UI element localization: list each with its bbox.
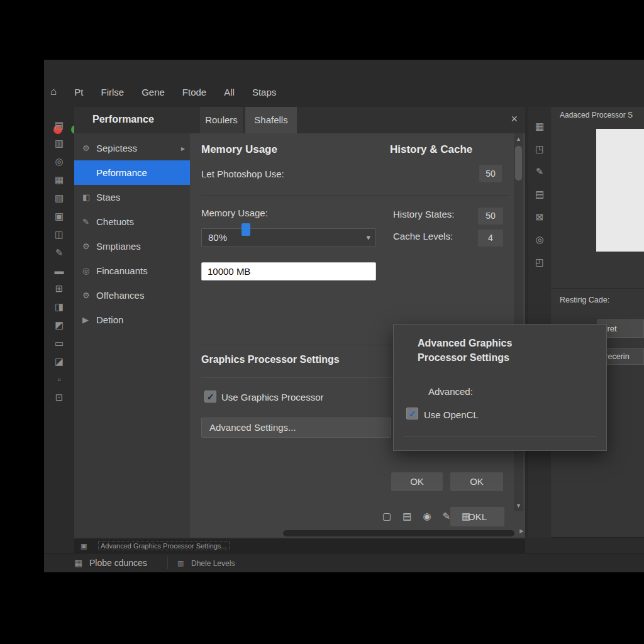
sidebar-item-label: Fincanuants [96,265,148,276]
sidebar-item-label: Detion [96,314,123,325]
sidebar-item-label: Smptianes [96,241,141,252]
history-badge: 50 [479,165,502,182]
tool-icon-2[interactable]: ▥ [52,138,66,149]
pencil-icon[interactable]: ✎ [442,511,450,522]
sidebar-item-label: Sepictess [96,143,137,153]
history-cache-heading: History & Cache [390,143,472,156]
history-states-value[interactable]: 50 [478,208,503,225]
memory-amount-input[interactable] [201,262,376,280]
tool-icon-16[interactable]: ⊡ [52,392,66,403]
cache-levels-value[interactable]: 4 [478,230,503,247]
layers-icon[interactable]: ◳ [535,143,544,155]
status-text: Advanced Graphics Processor Settings... [98,541,230,550]
bottom-bar: ▦ Plobe cdunces ▥ Dhele Levels [44,553,644,572]
home-icon[interactable]: ⌂ [50,86,57,98]
use-gpu-label: Use Graphics Processor [221,392,324,402]
advanced-gpu-popup: Advanced Graphics Processor Settings Adv… [393,324,607,451]
use-opencl-checkbox[interactable]: ✓ [406,408,418,419]
levels-icon: ▥ [177,559,184,567]
tool-icon-5[interactable]: ▧ [52,192,66,204]
sidebar-item-staes[interactable]: ◧ Staes [74,185,190,209]
probe-counces-label[interactable]: Plobe cdunces [89,558,147,568]
tool-icon-8[interactable]: ✎ [52,247,66,258]
artboard-icon[interactable]: ◰ [535,257,544,268]
tool-icon-12[interactable]: ◩ [52,319,66,331]
memory-usage-heading: Memory Usage [201,143,277,156]
scrollbar-thumb[interactable] [515,146,522,180]
ok-button-1[interactable]: OK [391,472,443,491]
sidebar-item-offehances[interactable]: ⚙ Offehances [74,283,190,308]
sidebar-item-chetuots[interactable]: ✎ Chetuots [74,209,190,234]
printer-icon[interactable]: ▤ [402,511,411,522]
tool-icon-9[interactable]: ▬ [52,265,66,276]
resting-cache-label: Restirig Cade: [560,296,609,304]
popup-title: Advanced Graphics Processor Settings [418,336,553,365]
divider [167,557,168,569]
divider [404,436,596,437]
dialog-title: Performance [92,114,154,125]
sidebar-item-peformance[interactable]: Peformance [74,160,190,185]
right-tool-strip: ▦ ◳ ✎ ▤ ⊠ ◎ ◰ [528,107,551,538]
pencil-icon[interactable]: ✎ [536,166,544,177]
app-window: ⌂ Pt Firlse Gene Ftode All Staps ▤ ▥ ◎ ▦… [44,60,644,572]
dhele-levels-label[interactable]: Dhele Levels [191,559,235,568]
menu-item-ftode[interactable]: Ftode [182,87,206,97]
gpu-settings-heading: Graphics Processor Settings [201,354,340,365]
grid-icon[interactable]: ▦ [535,121,544,132]
scroll-up-icon[interactable]: ▲ [514,136,523,142]
scroll-right-icon[interactable]: ► [518,527,525,535]
memory-percent-value: 80% [208,232,227,243]
vertical-scrollbar[interactable]: ▲ ▼ [514,133,523,511]
sidebar-item-detion[interactable]: ▶ Detion [74,308,190,332]
tool-icon-15[interactable]: ▫ [52,374,66,385]
sidebar-item-fincanuants[interactable]: ◎ Fincanuants [74,258,190,283]
status-bar: ▣ Advanced Graphics Processor Settings..… [74,539,525,553]
page-icon[interactable]: ▢ [382,511,391,522]
tool-icon-3[interactable]: ◎ [52,156,66,167]
status-icon: ▣ [80,542,87,550]
horizontal-scrollbar[interactable] [283,530,514,536]
tool-icon-11[interactable]: ◨ [52,301,66,313]
panel-icon[interactable]: ▤ [535,189,544,200]
memory-percent-dropdown[interactable]: 80% ▾ [201,228,376,247]
sidebar-item-smptianes[interactable]: ⚙ Smptianes [74,234,190,258]
grid-icon[interactable]: ▦ [462,511,470,522]
pencil-icon: ✎ [82,217,96,226]
menu-item-all[interactable]: All [224,87,235,97]
menu-bar: ⌂ Pt Firlse Gene Ftode All Staps [50,84,644,100]
menu-item-firlse[interactable]: Firlse [101,87,124,97]
popup-advanced-label: Advanced: [428,386,473,397]
sidebar-item-sepictess[interactable]: ⚙ Sepictess ▸ [74,136,190,160]
globe-icon[interactable]: ◉ [423,511,431,522]
tool-icon-14[interactable]: ◪ [52,356,66,367]
tool-icon-10[interactable]: ⊞ [52,283,66,294]
use-gpu-checkbox[interactable]: ✓ [204,391,216,402]
tab-roulers[interactable]: Roulers [200,107,243,133]
menu-item-staps[interactable]: Staps [252,87,276,97]
tool-icon-6[interactable]: ▣ [52,211,66,222]
menu-item-gene[interactable]: Gene [142,87,165,97]
menu-item-pt[interactable]: Pt [74,87,83,97]
right-panel-title: Aadaced Processor S [560,111,644,119]
chevron-right-icon: ▸ [181,144,185,153]
cache-levels-label: Cache Levels: [393,231,453,242]
tool-icon-1[interactable]: ▤ [52,119,66,131]
advanced-settings-button[interactable]: Advanced Settings... [201,418,391,438]
tool-icon-13[interactable]: ▭ [52,338,66,349]
swatch-icon[interactable]: ⊠ [536,211,544,223]
tool-icon-7[interactable]: ◫ [52,229,66,240]
chevron-down-icon: ▾ [366,229,370,247]
sidebar-item-label: Peformance [96,167,147,178]
memory-slider-handle[interactable] [242,223,250,236]
dialog-footer-icons: ▢ ▤ ◉ ✎ ▦ [382,511,470,522]
search-icon[interactable]: ◎ [535,234,543,245]
ok-button-2[interactable]: OK [450,472,503,491]
tab-shafells[interactable]: Shafells [245,107,297,133]
close-icon[interactable]: × [511,113,518,126]
gear-icon: ⚙ [82,291,96,300]
screen: ⌂ Pt Firlse Gene Ftode All Staps ▤ ▥ ◎ ▦… [0,0,644,644]
play-icon: ▶ [82,315,96,325]
tool-icon-4[interactable]: ▦ [52,174,66,186]
scroll-down-icon[interactable]: ▼ [514,502,523,509]
preferences-sidebar: ⚙ Sepictess ▸ Peformance ◧ Staes ✎ Chetu… [74,133,190,538]
